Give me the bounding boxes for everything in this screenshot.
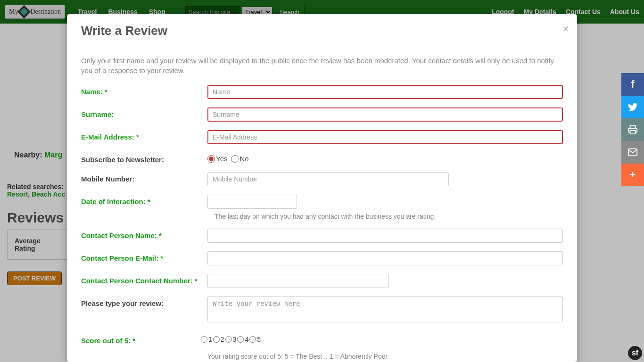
score-5-label: 5: [257, 336, 261, 343]
score-5-radio[interactable]: [249, 336, 256, 343]
divider: [67, 47, 577, 47]
score-label: Score out of 5: *: [81, 334, 207, 345]
modal-intro: Only your first name and your review wil…: [81, 56, 563, 75]
contact-person-name-input[interactable]: [207, 229, 563, 243]
mobile-label: Mobile Number:: [81, 172, 207, 183]
date-label: Date of Interaction: *: [81, 195, 207, 206]
newsletter-yes-radio[interactable]: [207, 155, 215, 163]
twitter-icon[interactable]: [621, 96, 644, 118]
review-textarea[interactable]: [207, 296, 563, 322]
write-review-modal: × Write a Review Only your first name an…: [67, 14, 577, 362]
score-2-radio[interactable]: [213, 336, 220, 343]
newsletter-no-label: No: [239, 155, 248, 163]
date-input[interactable]: [207, 195, 297, 209]
modal-title: Write a Review: [81, 24, 563, 38]
plus-icon[interactable]: +: [621, 164, 644, 186]
contact-person-number-label: Contact Person Contact Number: *: [81, 274, 207, 285]
symfony-badge-icon[interactable]: sf: [628, 346, 642, 360]
review-text-label: Please type your review:: [81, 296, 207, 307]
email-input[interactable]: [207, 130, 563, 144]
contact-person-name-label: Contact Person Name: *: [81, 229, 207, 239]
contact-person-number-input[interactable]: [207, 274, 389, 288]
date-helper: The last day on which you had any contac…: [215, 213, 563, 220]
share-sidebar: f +: [621, 73, 644, 186]
mail-icon[interactable]: [621, 141, 644, 164]
score-3-radio[interactable]: [225, 336, 232, 343]
contact-person-email-label: Contact Person E-Mail: *: [81, 251, 207, 262]
surname-input[interactable]: [207, 107, 563, 122]
score-4-radio[interactable]: [237, 336, 244, 343]
modal-overlay: × Write a Review Only your first name an…: [0, 0, 644, 362]
score-1-radio[interactable]: [201, 336, 207, 343]
newsletter-label: Subscribe to Newsletter:: [81, 153, 207, 164]
contact-person-email-input[interactable]: [207, 251, 563, 265]
score-1-label: 1: [208, 336, 212, 343]
name-input[interactable]: [207, 85, 563, 99]
name-label: Name: *: [81, 85, 207, 96]
score-2-label: 2: [221, 336, 224, 343]
newsletter-no-radio[interactable]: [231, 155, 239, 163]
mobile-input[interactable]: [207, 172, 449, 186]
newsletter-yes-label: Yes: [216, 155, 227, 163]
email-label: E-Mail Address: *: [81, 130, 207, 141]
surname-label: Surname:: [81, 107, 207, 118]
score-4-label: 4: [245, 336, 248, 343]
close-icon[interactable]: ×: [563, 24, 569, 34]
print-icon[interactable]: [621, 118, 644, 141]
score-3-label: 3: [233, 336, 237, 343]
score-helper: Your rating score out of 5: 5 = The Best…: [207, 353, 563, 360]
facebook-icon[interactable]: f: [621, 73, 644, 96]
